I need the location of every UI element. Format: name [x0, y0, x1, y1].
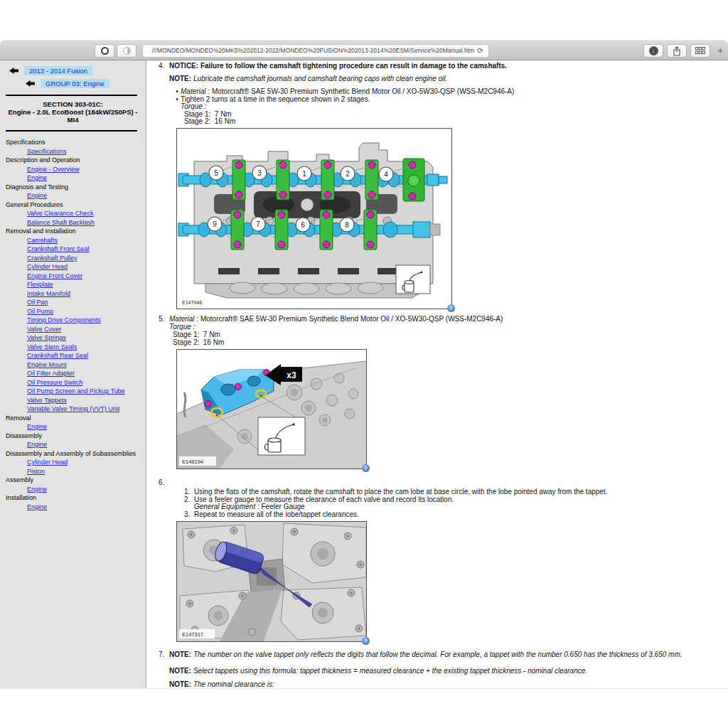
torque-stage1: Stage 1: 7 Nm — [184, 111, 717, 119]
extension-button-2[interactable] — [117, 44, 136, 58]
sidebar-link[interactable]: Valve Springs — [0, 333, 146, 343]
sidebar-link[interactable]: Camshafts — [0, 236, 146, 245]
sidebar-link[interactable]: Engine — [0, 440, 146, 449]
sidebar-link[interactable]: Cylinder Head — [0, 458, 146, 467]
sidebar-link[interactable]: Crankshaft Front Seal — [0, 245, 146, 254]
svg-text:4: 4 — [384, 171, 388, 178]
sidebar-link[interactable]: Variable Valve Timing (VVT) Unit — [0, 405, 146, 414]
step-6: 6. 1.Using the flats of the camshaft, ro… — [159, 478, 717, 518]
sidebar-link[interactable]: Engine Mount — [0, 360, 146, 370]
notice-text: NOTICE: Failure to follow the camshaft t… — [169, 62, 507, 70]
section-title: SECTION 303-01C: Engine - 2.0L EcoBoost … — [0, 100, 146, 124]
svg-text:6: 6 — [301, 221, 305, 229]
url-text: ///MONDEO/MONDEO%20MK5%202012-2022/MONDE… — [152, 47, 474, 54]
help-icon[interactable]: ? — [362, 464, 370, 472]
sidebar-section-header: Removal and Installation — [0, 227, 146, 236]
substep-list: 1.Using the flats of the camshaft, rotat… — [159, 488, 717, 518]
bullet-tighten: • Tighten 2 turns at a time in the seque… — [159, 96, 717, 104]
sidebar-link[interactable]: Oil Pump — [0, 307, 146, 316]
back-arrow-icon[interactable] — [26, 80, 36, 87]
share-button[interactable] — [667, 44, 687, 58]
tab-overview-button[interactable] — [690, 44, 710, 58]
svg-text:8: 8 — [345, 221, 349, 229]
torque-stage2: Stage 2: 16 Nm — [184, 118, 717, 126]
sidebar-link[interactable]: Engine — [0, 191, 146, 200]
back-arrow-icon[interactable] — [9, 68, 19, 74]
share-icon — [673, 46, 681, 56]
breadcrumb-vehicle-link[interactable]: 2013 - 2014 Fusion — [24, 66, 92, 75]
sidebar-link[interactable]: Engine - Overview — [0, 165, 146, 174]
step-number: 4. — [159, 62, 169, 70]
note-text: NOTE: Lubricate the camshaft journals an… — [169, 75, 447, 82]
svg-text:9: 9 — [213, 220, 217, 228]
sidebar: 2013 - 2014 Fusion GROUP 03: Engine SECT… — [0, 60, 146, 688]
sidebar-section-header: Installation — [0, 493, 146, 503]
sidebar-link[interactable]: Specifications — [0, 147, 146, 156]
substep-3: Repeat to measure all of the lobe/tappet… — [194, 511, 359, 519]
torque-label: Torque : — [181, 103, 717, 111]
torque-stage1: Stage 1: 7 Nm — [173, 331, 717, 338]
torque-stage2: Stage 2: 16 Nm — [173, 338, 717, 346]
sidebar-link[interactable]: Balance Shaft Backlash — [0, 218, 146, 228]
ring-icon — [101, 47, 109, 55]
bullet-list: • Material : Motorcraft® SAE 5W-30 Premi… — [159, 88, 717, 126]
oil-can-inset — [396, 265, 430, 294]
downloads-button[interactable]: ↓ — [643, 44, 663, 58]
sidebar-link[interactable]: Crankshaft Pulley — [0, 254, 146, 263]
breadcrumb-group-link[interactable]: GROUP 03: Engine — [41, 79, 109, 88]
sidebar-link[interactable]: Oil Filter Adapter — [0, 369, 146, 378]
browser-toolbar: ///MONDEO/MONDEO%20MK5%202012-2022/MONDE… — [0, 41, 728, 60]
sidebar-link[interactable]: Valve Stem Seals — [0, 343, 146, 352]
step-number: 5. — [159, 315, 169, 323]
extension-button-1[interactable] — [95, 44, 114, 58]
sidebar-section-header: Specifications — [0, 138, 146, 147]
sidebar-link[interactable]: Valve Tappets — [0, 396, 146, 405]
sidebar-link[interactable]: Crankshaft Rear Seal — [0, 351, 146, 360]
sidebar-link[interactable]: Timing Drive Components — [0, 316, 146, 325]
sidebar-link[interactable]: Cylinder Head — [0, 262, 146, 272]
sidebar-link[interactable]: Valve Clearance Check — [0, 209, 146, 218]
sidebar-link[interactable]: Piston — [0, 467, 146, 476]
figure-oiling-points: x3 E148194 — [176, 349, 367, 469]
sidebar-section-header: Disassembly — [0, 432, 146, 441]
sidebar-link[interactable]: Engine — [0, 422, 146, 432]
substep-1: Using the flats of the camshaft, rotate … — [194, 488, 607, 496]
reload-icon[interactable]: ⟳ — [477, 47, 485, 55]
figure-feeler-gauge: E147317 ? — [176, 521, 367, 642]
section-title-line2: Engine - 2.0L EcoBoost (184kW/250PS) - M… — [3, 108, 143, 124]
sidebar-link[interactable]: Oil Pan — [0, 298, 146, 307]
figure-camshaft-sequence: 5 3 1 2 4 9 7 6 8 — [176, 128, 452, 309]
help-icon[interactable]: ? — [447, 304, 455, 312]
tab-grid-icon — [695, 47, 705, 55]
sidebar-link[interactable]: Engine — [0, 485, 146, 494]
sidebar-nav-list: SpecificationsSpecificationsDescription … — [0, 138, 146, 511]
sidebar-link[interactable]: Engine — [0, 173, 146, 183]
svg-text:1: 1 — [302, 170, 306, 178]
figure-id-label: E148194 — [182, 459, 203, 465]
engine-head-illustration: 5 3 1 2 4 9 7 6 8 — [177, 129, 451, 309]
browser-window: ///MONDEO/MONDEO%20MK5%202012-2022/MONDE… — [0, 41, 728, 688]
divider — [6, 95, 137, 96]
sidebar-link[interactable]: Oil Pressure Switch — [0, 378, 146, 387]
svg-text:2: 2 — [346, 170, 350, 178]
svg-text:5: 5 — [214, 169, 218, 177]
svg-text:7: 7 — [256, 220, 260, 228]
carrier-oiling-illustration: x3 E148194 — [177, 350, 366, 469]
sidebar-section-header: Description and Operation — [0, 156, 146, 165]
sidebar-link[interactable]: Engine Front Cover — [0, 272, 146, 281]
sidebar-link[interactable]: Oil Pump Screen and Pickup Tube — [0, 387, 146, 396]
new-tab-button[interactable]: + — [712, 44, 728, 58]
sidebar-link[interactable]: Valve Cover — [0, 325, 146, 334]
divider — [6, 130, 137, 132]
sidebar-link[interactable]: Engine — [0, 503, 146, 512]
step-5: 5. Material : Motorcraft® SAE 5W-30 Prem… — [159, 315, 717, 346]
help-icon[interactable]: ? — [362, 637, 370, 645]
sidebar-link[interactable]: Intake Manifold — [0, 289, 146, 299]
step-number: 7. — [159, 651, 169, 658]
sidebar-link[interactable]: Flexplate — [0, 280, 146, 289]
bullet-material: • Material : Motorcraft® SAE 5W-30 Premi… — [159, 88, 717, 96]
svg-text:x3: x3 — [287, 370, 296, 380]
figure-id-label: E147946 — [182, 300, 202, 305]
address-bar[interactable]: ///MONDEO/MONDEO%20MK5%202012-2022/MONDE… — [142, 44, 489, 58]
svg-text:3: 3 — [257, 169, 262, 177]
